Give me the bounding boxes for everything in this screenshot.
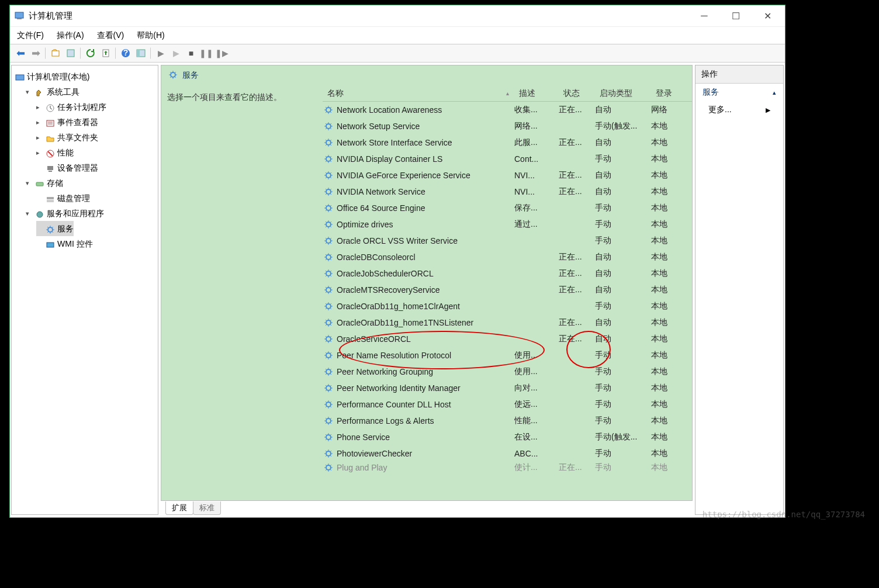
service-logon: 本地	[651, 252, 680, 262]
service-row[interactable]: Phone Service在设...手动(触发...本地	[323, 429, 692, 445]
gear-icon	[324, 122, 333, 131]
service-startup: 手动	[595, 366, 651, 377]
service-row[interactable]: Network Location Awareness收集...正在...自动网络	[323, 102, 692, 118]
col-logon[interactable]: 登录	[651, 88, 680, 99]
play-button[interactable]: ▶	[154, 46, 168, 60]
tree-storage[interactable]: ▾存储	[26, 175, 63, 191]
tree-task-scheduler-label: 任务计划程序	[57, 99, 106, 115]
gear-icon	[324, 318, 333, 327]
service-name: OracleDBConsoleorcl	[337, 253, 514, 262]
tree-panel: 计算机管理(本地) ▾系统工具 ▸任务计划程序 ▸事件查看器 ▸共享文件夹 ▸性…	[11, 65, 158, 515]
service-row[interactable]: PhotoviewerCheckerABC...手动本地	[323, 445, 692, 462]
tree-disk-management[interactable]: 磁盘管理	[36, 191, 90, 206]
service-row[interactable]: Performance Logs & Alerts性能...手动本地	[323, 413, 692, 429]
service-row[interactable]: NVIDIA GeForce Experience ServiceNVI...正…	[323, 167, 692, 184]
service-row[interactable]: Network Store Interface Service此服...正在..…	[323, 134, 692, 151]
svg-rect-17	[49, 171, 52, 172]
service-row[interactable]: OracleJobSchedulerORCL正在...自动本地	[323, 265, 692, 282]
tree-device-manager[interactable]: 设备管理器	[36, 160, 98, 175]
col-desc[interactable]: 描述	[514, 88, 559, 99]
service-row[interactable]: NVIDIA Display Container LSCont...手动本地	[323, 151, 692, 167]
export-button[interactable]	[99, 46, 113, 60]
menu-help[interactable]: 帮助(H)	[137, 30, 164, 41]
svg-point-47	[326, 465, 331, 470]
app-icon	[15, 11, 24, 20]
maximize-button[interactable]: ☐	[728, 10, 744, 22]
tree-shared-folders[interactable]: ▸共享文件夹	[36, 130, 98, 145]
service-startup: 手动	[595, 301, 651, 312]
service-row[interactable]: OracleOraDb11g_home1TNSListener正在...自动本地	[323, 314, 692, 331]
service-row[interactable]: Optimize drives通过...手动本地	[323, 216, 692, 233]
service-name: PhotoviewerChecker	[337, 449, 514, 458]
svg-point-43	[326, 402, 331, 407]
service-name: Network Location Awareness	[337, 105, 514, 115]
service-name: NVIDIA Network Service	[337, 187, 514, 196]
services-rows[interactable]: Network Location Awareness收集...正在...自动网络…	[323, 102, 692, 500]
service-logon: 本地	[651, 154, 680, 164]
gear-icon	[324, 334, 333, 344]
service-name: OracleMTSRecoveryService	[337, 285, 514, 295]
menu-action[interactable]: 操作(A)	[57, 30, 84, 41]
service-row[interactable]: OracleDBConsoleorcl正在...自动本地	[323, 249, 692, 265]
col-status[interactable]: 状态	[559, 88, 595, 99]
properties-button[interactable]	[64, 46, 78, 60]
service-row[interactable]: Network Setup Service网络...手动(触发...本地	[323, 118, 692, 134]
service-row[interactable]: Peer Networking Identity Manager向对...手动本…	[323, 380, 692, 396]
play2-button[interactable]: ▶	[169, 46, 183, 60]
close-button[interactable]: ✕	[759, 10, 776, 22]
service-logon: 网络	[651, 105, 680, 115]
up-button[interactable]	[49, 46, 63, 60]
tree-event-viewer[interactable]: ▸事件查看器	[36, 115, 98, 130]
tree-root[interactable]: 计算机管理(本地)	[15, 69, 89, 84]
minimize-button[interactable]: ─	[696, 10, 712, 22]
tree-system-tools[interactable]: ▾系统工具	[26, 84, 79, 99]
service-desc: 此服...	[514, 137, 559, 148]
svg-point-24	[171, 72, 175, 77]
stop-button[interactable]: ■	[184, 46, 198, 60]
col-name[interactable]: 名称▴	[323, 88, 514, 99]
actions-section-services[interactable]: 服务 ▴	[695, 84, 783, 101]
col-startup[interactable]: 启动类型	[595, 88, 651, 99]
tab-standard[interactable]: 标准	[193, 501, 221, 515]
service-startup: 自动	[595, 285, 651, 295]
svg-point-26	[326, 124, 331, 129]
show-hide-tree-button[interactable]	[134, 46, 148, 60]
service-row[interactable]: Plug and Play使计...正在...手动本地	[323, 462, 692, 473]
help-button[interactable]: ?	[119, 46, 133, 60]
toolbar: ⬅ ➡ ? ▶ ▶ ■ ❚❚ ❚▶	[10, 44, 785, 63]
service-logon: 本地	[651, 268, 680, 279]
forward-button[interactable]: ➡	[29, 46, 43, 60]
service-desc: 使用...	[514, 350, 559, 361]
back-button[interactable]: ⬅	[13, 46, 27, 60]
service-row[interactable]: OracleOraDb11g_home1ClrAgent手动本地	[323, 298, 692, 314]
menu-file[interactable]: 文件(F)	[17, 30, 44, 41]
service-row[interactable]: Peer Name Resolution Protocol使用...手动本地	[323, 347, 692, 364]
tree-wmi[interactable]: WMI 控件	[36, 236, 93, 251]
service-desc: NVI...	[514, 171, 559, 180]
actions-more[interactable]: 更多... ▶	[695, 101, 783, 119]
window-title: 计算机管理	[29, 11, 696, 22]
tree-task-scheduler[interactable]: ▸任务计划程序	[36, 99, 106, 115]
refresh-button[interactable]	[84, 46, 98, 60]
service-row[interactable]: Office 64 Source Engine保存...手动本地	[323, 200, 692, 216]
tree-services[interactable]: 服务	[36, 221, 74, 236]
menu-view[interactable]: 查看(V)	[97, 30, 124, 41]
service-row[interactable]: OracleMTSRecoveryService正在...自动本地	[323, 282, 692, 298]
service-row[interactable]: OracleServiceORCL正在...自动本地	[323, 331, 692, 347]
service-startup: 手动	[595, 350, 651, 361]
service-status: 正在...	[559, 170, 595, 181]
service-row[interactable]: NVIDIA Network ServiceNVI...正在...自动本地	[323, 184, 692, 200]
service-logon: 本地	[651, 219, 680, 230]
service-name: OracleOraDb11g_home1ClrAgent	[337, 302, 514, 311]
service-row[interactable]: Peer Networking Grouping使用...手动本地	[323, 364, 692, 380]
tree-services-apps[interactable]: ▾服务和应用程序	[26, 206, 104, 221]
service-desc: 收集...	[514, 105, 559, 115]
service-row[interactable]: Performance Counter DLL Host使远...手动本地	[323, 396, 692, 413]
tree-performance[interactable]: ▸性能	[36, 145, 74, 160]
svg-point-45	[326, 435, 331, 440]
service-row[interactable]: Oracle ORCL VSS Writer Service手动本地	[323, 233, 692, 249]
pause-button[interactable]: ❚❚	[199, 46, 213, 60]
svg-point-41	[326, 369, 331, 374]
restart-button[interactable]: ❚▶	[214, 46, 229, 60]
tab-extended[interactable]: 扩展	[165, 501, 193, 515]
